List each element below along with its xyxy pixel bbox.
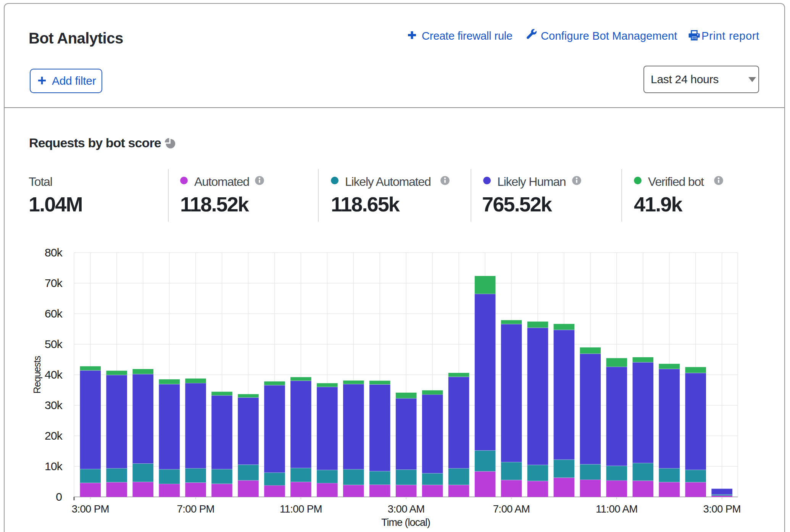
svg-text:20k: 20k	[45, 429, 63, 442]
svg-text:3:00 PM: 3:00 PM	[72, 503, 109, 515]
svg-text:50k: 50k	[45, 338, 63, 350]
svg-text:7:00 PM: 7:00 PM	[177, 503, 214, 515]
svg-text:30k: 30k	[45, 399, 63, 411]
svg-text:0: 0	[56, 490, 62, 503]
svg-text:40k: 40k	[45, 368, 63, 381]
svg-text:3:00 PM: 3:00 PM	[703, 503, 740, 515]
svg-text:80k: 80k	[45, 246, 63, 259]
svg-text:70k: 70k	[45, 277, 63, 289]
svg-text:3:00 AM: 3:00 AM	[388, 503, 425, 515]
svg-text:Time (local): Time (local)	[381, 517, 430, 528]
svg-text:11:00 PM: 11:00 PM	[280, 503, 322, 515]
svg-text:7:00 AM: 7:00 AM	[493, 503, 530, 515]
svg-text:11:00 AM: 11:00 AM	[596, 503, 637, 515]
svg-text:Requests: Requests	[32, 356, 42, 393]
svg-text:60k: 60k	[45, 307, 63, 320]
svg-text:10k: 10k	[45, 460, 63, 472]
